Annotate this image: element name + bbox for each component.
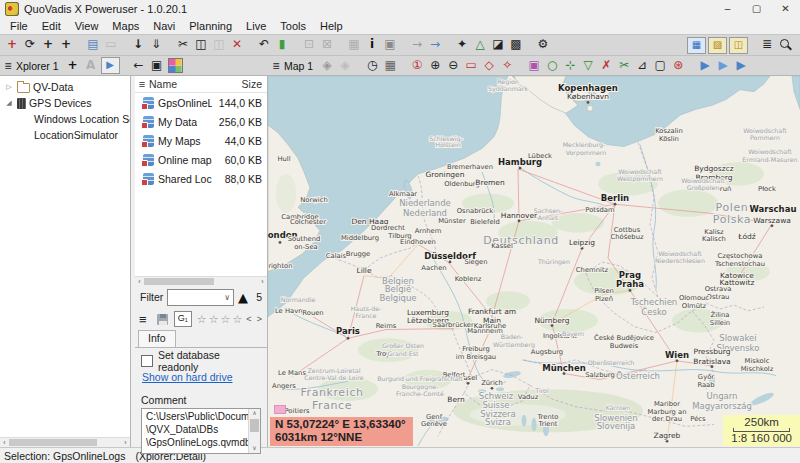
sort-button[interactable]: ▲ xyxy=(238,290,248,305)
menu-edit[interactable]: Edit xyxy=(35,18,68,34)
goto-zoom-icon[interactable]: ▶ xyxy=(732,57,750,75)
list-header[interactable]: ≡ Name Size xyxy=(135,76,267,93)
map-layers-alt-icon[interactable]: ◈ xyxy=(336,57,354,75)
zoom-rect-icon[interactable]: ▭ xyxy=(462,57,480,75)
sync-icon[interactable]: ⟳ xyxy=(21,36,39,54)
menu-maps[interactable]: Maps xyxy=(105,18,146,34)
prev-page-icon[interactable]: < xyxy=(245,314,252,324)
star-icon[interactable]: ☆ xyxy=(232,313,242,326)
export-icon[interactable]: → xyxy=(408,36,426,54)
comment-vscrollbar[interactable]: ∧ ∨ xyxy=(248,409,260,453)
star-icon[interactable]: ☆ xyxy=(197,313,207,326)
login-icon[interactable]: → xyxy=(426,36,444,54)
map-view-icon[interactable]: ▨ xyxy=(708,37,727,54)
zoom-rotate-icon[interactable]: ◇ xyxy=(480,57,498,75)
measure-cross-icon[interactable]: ⊹ xyxy=(561,57,579,75)
save-database-icon[interactable] xyxy=(157,314,168,325)
scroll-right-icon[interactable]: › xyxy=(121,438,130,447)
table-row[interactable]: Shared Locations88,0 KB xyxy=(135,169,267,188)
menu-live[interactable]: Live xyxy=(239,18,273,34)
profile-icon[interactable]: ⊿ xyxy=(633,57,651,75)
back-button[interactable]: ← xyxy=(130,57,148,75)
time-icon[interactable]: ◷ xyxy=(363,57,381,75)
chevron-down-icon[interactable]: ∨ xyxy=(224,293,233,302)
print-icon[interactable]: ▤ xyxy=(84,36,102,54)
copy-icon[interactable]: ◫ xyxy=(192,36,210,54)
map-panel[interactable]: DeutschlandFrankreichFranceNiederlandeNe… xyxy=(268,76,800,447)
checker-icon[interactable]: ▩ xyxy=(507,36,525,54)
menu-view[interactable]: View xyxy=(68,18,106,34)
save-icon[interactable]: ▣ xyxy=(381,36,399,54)
tree-hscroll-thumb[interactable] xyxy=(9,439,97,446)
delete-icon[interactable]: ✕ xyxy=(228,36,246,54)
expander-icon[interactable]: ◢ xyxy=(4,99,14,107)
grid-target-icon[interactable]: ⊛ xyxy=(669,57,687,75)
new-track-icon[interactable]: + xyxy=(3,36,21,54)
map-layers-icon[interactable]: ◈ xyxy=(318,57,336,75)
star-icon[interactable]: ☆ xyxy=(209,313,219,326)
zoom-poly-icon[interactable]: ✧ xyxy=(498,57,516,75)
menu-navi[interactable]: Navi xyxy=(146,18,182,34)
funnel-icon[interactable]: ▽ xyxy=(579,57,597,75)
import-file-icon[interactable]: ⇓ xyxy=(147,36,165,54)
paste-icon[interactable]: ◫ xyxy=(210,36,228,54)
text-label-button[interactable]: A xyxy=(82,57,100,75)
map-archive-icon[interactable]: ▦ xyxy=(381,57,399,75)
add-button[interactable]: + xyxy=(64,57,82,75)
layer-colors-button[interactable] xyxy=(168,58,183,73)
download-icon[interactable]: ↓ xyxy=(129,36,147,54)
add-waypoint-icon[interactable]: + xyxy=(39,36,57,54)
list-hscroll-thumb[interactable] xyxy=(144,278,214,285)
table-row[interactable]: Online maps and pois60,0 KB xyxy=(135,150,267,169)
gear-icon[interactable]: ⚙ xyxy=(534,36,552,54)
delete-selection-icon[interactable]: ✗ xyxy=(597,57,615,75)
zoom-100-icon[interactable]: ① xyxy=(408,57,426,75)
tree-item-gps-devices[interactable]: ◢GPS Devices xyxy=(0,95,130,111)
tab-g1[interactable]: G₁ xyxy=(174,311,192,327)
route-button[interactable]: ▶ xyxy=(101,57,120,74)
print-preview-icon[interactable]: ▭ xyxy=(102,36,120,54)
show-on-drive-link[interactable]: Show on hard drive xyxy=(142,371,232,383)
goto-icon[interactable]: ▶ xyxy=(696,57,714,75)
camera-button[interactable]: ▣ xyxy=(148,57,166,75)
filter-combobox[interactable]: ∨ xyxy=(167,289,234,306)
zoom-out-icon[interactable]: ⊖ xyxy=(444,57,462,75)
menu-file[interactable]: File xyxy=(3,18,35,34)
scroll-left-icon[interactable]: ‹ xyxy=(135,277,144,286)
scroll-up-icon[interactable]: ∧ xyxy=(249,409,260,418)
menu-planning[interactable]: Planning xyxy=(182,18,239,34)
scroll-right-icon[interactable]: › xyxy=(258,277,267,286)
tree-item-qv-data[interactable]: ▷QV-Data xyxy=(0,79,130,95)
table-row[interactable]: My Data256,0 KB xyxy=(135,112,267,131)
comment-textarea[interactable]: C:\Users\Public\Documents\QVX_Data\DBs\G… xyxy=(141,408,261,454)
map-tree-icon[interactable]: ◪ xyxy=(489,36,507,54)
zoom-in-icon[interactable]: ⊕ xyxy=(426,57,444,75)
cut-track-icon[interactable]: ✂ xyxy=(615,57,633,75)
goto-sync-icon[interactable]: ▶ xyxy=(714,57,732,75)
select-area-icon[interactable]: ▢ xyxy=(651,57,669,75)
combo-view-icon[interactable]: ◫ xyxy=(729,37,748,54)
triangle-icon[interactable]: △ xyxy=(471,36,489,54)
column-size[interactable]: Size xyxy=(216,78,267,90)
star-icon[interactable]: ☆ xyxy=(221,313,231,326)
minimize-button[interactable]: – xyxy=(713,0,742,18)
grid-close-icon[interactable]: ⊠ xyxy=(318,36,336,54)
layers-list-icon[interactable]: ≣ xyxy=(758,36,776,54)
column-name[interactable]: Name xyxy=(149,78,216,90)
tree-item-windows-location-service[interactable]: Windows Location Service (Acc xyxy=(0,111,130,127)
info-icon[interactable]: i xyxy=(363,36,381,54)
map-canvas[interactable]: DeutschlandFrankreichFranceNiederlandeNe… xyxy=(268,76,800,447)
grid-option-icon[interactable]: ⊡ xyxy=(300,36,318,54)
maximize-button[interactable]: ▢ xyxy=(742,0,771,18)
trash-icon[interactable]: ▮ xyxy=(273,36,291,54)
menu-help[interactable]: Help xyxy=(313,18,350,34)
list-menu-icon[interactable]: ≡ xyxy=(135,78,149,90)
cut-icon[interactable]: ✂ xyxy=(174,36,192,54)
menu-tools[interactable]: Tools xyxy=(273,18,313,34)
tree-item-location-simulator[interactable]: LocationSimulator xyxy=(0,127,130,143)
xplorer-menu-icon[interactable]: ≡ xyxy=(0,59,16,73)
search-icon[interactable] xyxy=(776,36,794,54)
satellite-icon[interactable]: ✦ xyxy=(453,36,471,54)
tab-info[interactable]: Info xyxy=(138,330,176,347)
comment-vscroll-thumb[interactable] xyxy=(250,419,259,432)
